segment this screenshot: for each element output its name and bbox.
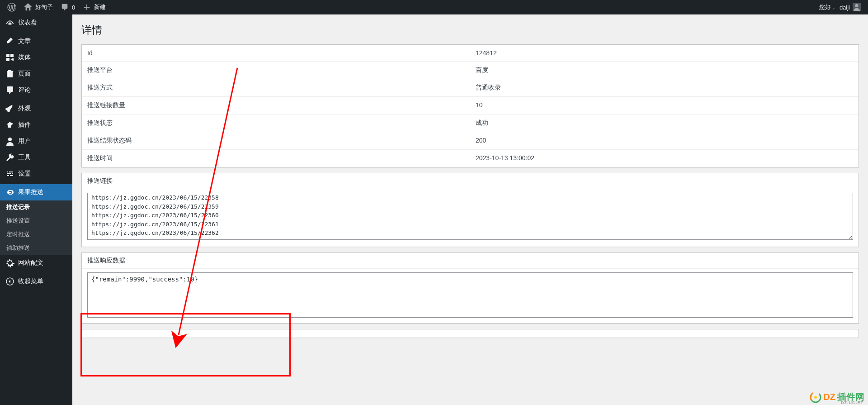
pin-icon [5,37,14,46]
sidebar-item-media[interactable]: 媒体 [0,49,72,66]
detail-row: 推送链接数量10 [82,96,859,114]
link-icon [5,188,14,197]
response-box[interactable]: {"remain":9990,"success":10} [87,272,853,318]
sidebar-item-appearance[interactable]: 外观 [0,100,72,117]
site-name-label: 好句子 [35,3,53,11]
detail-value: 2023-10-13 13:00:02 [470,150,859,167]
brush-icon [5,104,14,113]
submenu-push-settings[interactable]: 推送设置 [0,214,72,228]
links-panel: 推送链接 [81,173,859,247]
detail-value: 124812 [470,45,859,61]
media-icon [5,53,14,62]
empty-panel [81,329,859,338]
sidebar-item-guoguo-push[interactable]: 果果推送 [0,184,72,200]
sidebar-item-tools[interactable]: 工具 [0,149,72,166]
sidebar-submenu: 推送记录 推送设置 定时推送 辅助推送 [0,200,72,255]
svg-point-6 [814,396,817,399]
sidebar-item-users[interactable]: 用户 [0,133,72,149]
wrench-icon [5,153,14,162]
sliders-icon [5,169,14,178]
comment-icon [60,3,69,12]
sidebar-label: 工具 [18,153,31,162]
admin-sidebar: 仪表盘 文章 媒体 页面 评论 外观 插件 用户 工具 设置 果果推送 [0,14,72,405]
wp-logo[interactable] [4,0,20,14]
greeting-label: 您好， [819,3,837,11]
links-textarea[interactable] [87,193,853,240]
detail-value: 成功 [470,114,859,132]
svg-point-0 [855,4,858,7]
watermark: DZ插件网 DZ.UG.ET [810,391,864,403]
watermark-text1: DZ [823,392,835,402]
comments-bubble[interactable]: 0 [57,0,79,14]
site-home[interactable]: 好句子 [20,0,57,14]
detail-label: 推送平台 [82,62,470,79]
detail-value: 普通收录 [470,79,859,96]
sidebar-item-site-config[interactable]: 网站配文 [0,255,72,271]
sidebar-item-comments[interactable]: 评论 [0,82,72,98]
detail-value: 200 [470,132,859,149]
sidebar-label: 设置 [18,170,31,178]
comments-count: 0 [72,4,75,11]
sidebar-label: 果果推送 [18,188,43,196]
detail-value: 百度 [470,62,859,79]
detail-row: 推送平台百度 [82,61,859,79]
sidebar-label: 页面 [18,70,31,78]
sidebar-label: 评论 [18,86,31,94]
detail-row: Id124812 [82,45,859,61]
sidebar-item-settings[interactable]: 设置 [0,166,72,182]
detail-row: 推送时间2023-10-13 13:00:02 [82,149,859,167]
home-icon [24,3,33,12]
detail-row: 推送结果状态码200 [82,132,859,149]
response-panel: 推送响应数据 {"remain":9990,"success":10} [81,253,859,324]
submenu-assist-push[interactable]: 辅助推送 [0,241,72,255]
links-panel-title: 推送链接 [82,173,859,189]
user-icon [5,137,14,146]
sidebar-label: 外观 [18,105,31,113]
collapse-icon [5,277,14,286]
wordpress-icon [7,3,16,12]
admin-bar: 好句子 0 新建 您好， daiji [0,0,868,14]
svg-point-1 [8,138,12,141]
watermark-icon [810,391,821,403]
detail-label: 推送状态 [82,114,470,132]
sidebar-item-posts[interactable]: 文章 [0,33,72,49]
dashboard-icon [5,18,14,27]
username-label: daiji [840,4,850,11]
details-panel: Id124812推送平台百度推送方式普通收录推送链接数量10推送状态成功推送结果… [81,44,859,167]
sidebar-item-dashboard[interactable]: 仪表盘 [0,14,72,31]
submenu-push-log[interactable]: 推送记录 [0,200,72,214]
sidebar-label: 插件 [18,121,31,129]
user-account[interactable]: 您好， daiji [816,0,864,14]
sidebar-collapse[interactable]: 收起菜单 [0,273,72,290]
sidebar-item-pages[interactable]: 页面 [0,66,72,82]
new-content[interactable]: 新建 [79,0,109,14]
page-title: 详情 [81,19,859,39]
plus-icon [82,3,91,12]
avatar-icon [853,3,861,11]
detail-label: Id [82,45,470,61]
submenu-scheduled-push[interactable]: 定时推送 [0,228,72,241]
sidebar-label: 收起菜单 [18,277,43,286]
sidebar-label: 媒体 [18,53,31,62]
gear-icon [5,258,14,267]
response-panel-title: 推送响应数据 [82,253,859,269]
detail-label: 推送链接数量 [82,97,470,114]
sidebar-label: 网站配文 [18,259,43,267]
watermark-sub: DZ.UG.ET [841,400,863,405]
detail-row: 推送方式普通收录 [82,79,859,96]
sidebar-label: 用户 [18,137,31,145]
sidebar-label: 仪表盘 [18,19,37,27]
detail-label: 推送结果状态码 [82,132,470,149]
detail-value: 10 [470,97,859,114]
new-label: 新建 [94,3,106,11]
detail-label: 推送时间 [82,150,470,167]
sidebar-label: 文章 [18,37,31,45]
comment-icon [5,86,14,95]
sidebar-item-plugins[interactable]: 插件 [0,117,72,133]
plugin-icon [5,120,14,129]
page-icon [5,69,14,78]
detail-row: 推送状态成功 [82,114,859,132]
detail-label: 推送方式 [82,79,470,96]
content-area: 详情 Id124812推送平台百度推送方式普通收录推送链接数量10推送状态成功推… [72,14,868,356]
